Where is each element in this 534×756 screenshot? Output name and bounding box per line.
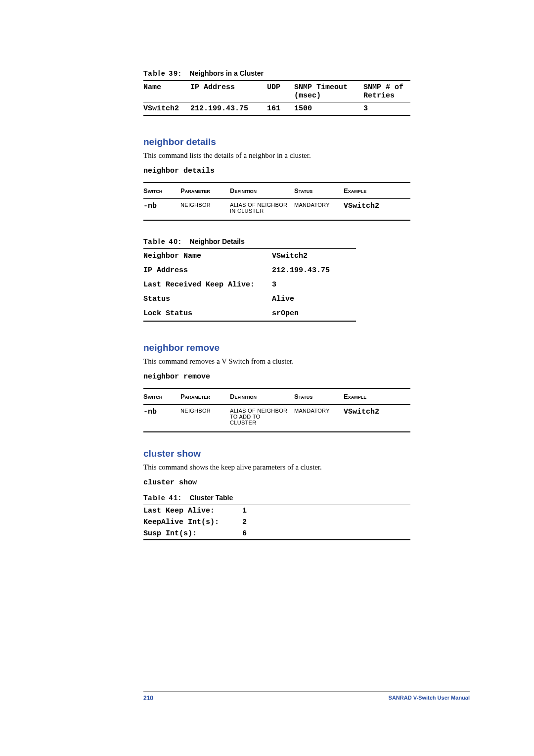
- table39-title: Neighbors in a Cluster: [190, 69, 264, 77]
- col-snmp-retries-l2: Retries: [363, 92, 410, 100]
- cell-name: VSwitch2: [143, 104, 190, 113]
- def-l1: ALIAS OF NEIGHBOR: [230, 408, 294, 414]
- hdr-status: Status: [294, 187, 344, 194]
- cell-ip: 212.199.43.75: [190, 104, 267, 113]
- param-table-neighbor-remove: Switch Parameter Definition Status Examp…: [143, 388, 410, 432]
- heading-neighbor-details: neighbor details: [143, 137, 470, 147]
- value: 3: [272, 281, 356, 289]
- value: 1: [242, 507, 292, 515]
- col-ip: IP Address: [190, 83, 267, 100]
- col-name: Name: [143, 83, 190, 100]
- table39-header-row: Name IP Address UDP SNMP Timeout (msec) …: [143, 81, 410, 102]
- col-snmp-timeout: SNMP Timeout (msec): [294, 83, 363, 100]
- key: Last Keep Alive:: [143, 507, 242, 515]
- page-number: 210: [143, 695, 153, 702]
- cmd-neighbor-remove: neighbor remove: [143, 373, 470, 381]
- table-row: Last Keep Alive: 1: [143, 505, 410, 517]
- col-snmp-retries: SNMP # of Retries: [363, 83, 410, 100]
- page-footer: 210 SANRAD V-Switch User Manual: [143, 691, 470, 702]
- rule: [143, 321, 356, 322]
- cell-status: MANDATORY: [294, 202, 344, 208]
- value: 212.199.43.75: [272, 266, 356, 275]
- rule: [143, 115, 410, 116]
- key: Lock Status: [143, 309, 272, 318]
- desc-neighbor-remove: This command removes a V Switch from a c…: [143, 357, 470, 366]
- cell-switch: -nb: [143, 202, 180, 210]
- rule: [143, 539, 410, 540]
- value: 6: [242, 529, 292, 538]
- col-snmp-retries-l1: SNMP # of: [363, 83, 410, 92]
- hdr-parameter: Parameter: [180, 393, 230, 400]
- desc-cluster-show: This command shows the keep alive parame…: [143, 463, 470, 472]
- table-row: Neighbor Name VSwitch2: [143, 249, 356, 263]
- table-row: Last Received Keep Alive: 3: [143, 278, 356, 292]
- value: VSwitch2: [272, 252, 356, 260]
- key: IP Address: [143, 266, 272, 275]
- hdr-example: Example: [344, 393, 403, 400]
- value: srOpen: [272, 309, 356, 318]
- table40-title: Neighbor Details: [190, 237, 245, 245]
- hdr-switch: Switch: [143, 393, 180, 400]
- cell-example: VSwitch2: [344, 202, 403, 210]
- table40-caption: Table 40: Neighbor Details: [143, 237, 470, 245]
- cmd-neighbor-details: neighbor details: [143, 167, 470, 175]
- table39-data-row: VSwitch2 212.199.43.75 161 1500 3: [143, 102, 410, 115]
- def-l1: ALIAS OF NEIGHBOR: [230, 202, 294, 208]
- table40-number: Table 40:: [143, 237, 182, 245]
- cell-definition: ALIAS OF NEIGHBOR IN CLUSTER: [230, 202, 294, 214]
- table39-number: Table 39:: [143, 69, 182, 77]
- manual-title: SANRAD V-Switch User Manual: [389, 695, 470, 702]
- col-snmp-timeout-l2: (msec): [294, 92, 363, 100]
- cell-timeout: 1500: [294, 104, 363, 113]
- cell-udp: 161: [267, 104, 294, 113]
- table39-caption: Table 39: Neighbors in a Cluster: [143, 69, 470, 77]
- rule: [143, 431, 410, 432]
- table41-title: Cluster Table: [190, 494, 233, 502]
- key: Susp Int(s):: [143, 529, 242, 538]
- cell-switch: -nb: [143, 408, 180, 416]
- cell-example: VSwitch2: [344, 408, 403, 416]
- col-snmp-timeout-l1: SNMP Timeout: [294, 83, 363, 92]
- table40: Neighbor Name VSwitch2 IP Address 212.19…: [143, 248, 356, 322]
- cell-parameter: NEIGHBOR: [180, 408, 230, 414]
- def-l2: IN CLUSTER: [230, 208, 294, 214]
- param-data-row: -nb NEIGHBOR ALIAS OF NEIGHBOR IN CLUSTE…: [143, 199, 410, 217]
- table41-number: Table 41:: [143, 494, 182, 502]
- cell-parameter: NEIGHBOR: [180, 202, 230, 208]
- cell-definition: ALIAS OF NEIGHBOR TO ADD TO CLUSTER: [230, 408, 294, 425]
- page-content: Table 39: Neighbors in a Cluster Name IP…: [0, 0, 534, 570]
- heading-cluster-show: cluster show: [143, 448, 470, 459]
- cell-retries: 3: [363, 104, 410, 113]
- cmd-cluster-show: cluster show: [143, 478, 470, 487]
- hdr-status: Status: [294, 393, 344, 400]
- param-header-row: Switch Parameter Definition Status Examp…: [143, 183, 410, 198]
- hdr-definition: Definition: [230, 393, 294, 400]
- table-row: KeepAlive Int(s): 2: [143, 517, 410, 528]
- table-row: Susp Int(s): 6: [143, 528, 410, 539]
- param-table-neighbor-details: Switch Parameter Definition Status Examp…: [143, 182, 410, 221]
- cell-status: MANDATORY: [294, 408, 344, 414]
- def-l3: CLUSTER: [230, 420, 294, 425]
- hdr-switch: Switch: [143, 187, 180, 194]
- heading-neighbor-remove: neighbor remove: [143, 342, 470, 353]
- hdr-definition: Definition: [230, 187, 294, 194]
- table41: Last Keep Alive: 1 KeepAlive Int(s): 2 S…: [143, 505, 410, 540]
- table-row: Status Alive: [143, 292, 356, 306]
- value: 2: [242, 518, 292, 526]
- value: Alive: [272, 295, 356, 303]
- hdr-parameter: Parameter: [180, 187, 230, 194]
- def-l2: TO ADD TO: [230, 414, 294, 420]
- param-data-row: -nb NEIGHBOR ALIAS OF NEIGHBOR TO ADD TO…: [143, 405, 410, 428]
- col-udp: UDP: [267, 83, 294, 100]
- table39: Name IP Address UDP SNMP Timeout (msec) …: [143, 80, 410, 116]
- key: Last Received Keep Alive:: [143, 281, 272, 289]
- desc-neighbor-details: This command lists the details of a neig…: [143, 151, 470, 160]
- table-row: IP Address 212.199.43.75: [143, 263, 356, 278]
- table-row: Lock Status srOpen: [143, 306, 356, 321]
- key: Neighbor Name: [143, 252, 272, 260]
- hdr-example: Example: [344, 187, 403, 194]
- table41-caption: Table 41: Cluster Table: [143, 494, 470, 502]
- key: KeepAlive Int(s):: [143, 518, 242, 526]
- param-header-row: Switch Parameter Definition Status Examp…: [143, 389, 410, 404]
- key: Status: [143, 295, 272, 303]
